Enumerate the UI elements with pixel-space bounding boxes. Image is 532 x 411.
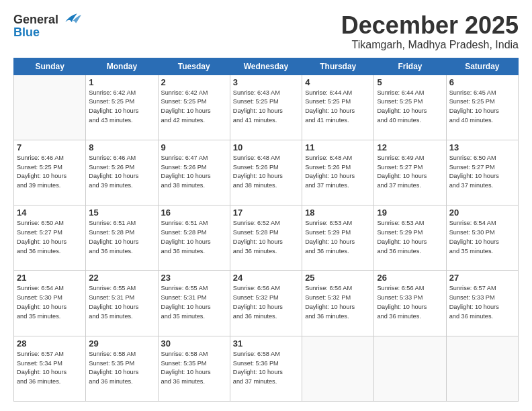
day-info: Sunrise: 6:48 AMSunset: 5:26 PMDaylight:… xyxy=(305,154,371,191)
day-number: 19 xyxy=(377,208,443,218)
day-number: 6 xyxy=(449,77,515,87)
day-number: 28 xyxy=(17,338,83,349)
calendar-cell: 9Sunrise: 6:47 AMSunset: 5:26 PMDaylight… xyxy=(158,140,230,205)
day-number: 7 xyxy=(17,142,83,152)
calendar-cell: 23Sunrise: 6:55 AMSunset: 5:31 PMDayligh… xyxy=(158,271,230,336)
calendar-cell: 29Sunrise: 6:58 AMSunset: 5:35 PMDayligh… xyxy=(86,336,158,401)
calendar-cell: 20Sunrise: 6:54 AMSunset: 5:30 PMDayligh… xyxy=(446,205,518,271)
calendar-cell: 31Sunrise: 6:58 AMSunset: 5:36 PMDayligh… xyxy=(230,336,302,401)
calendar-cell: 16Sunrise: 6:51 AMSunset: 5:28 PMDayligh… xyxy=(158,205,230,271)
calendar-cell: 17Sunrise: 6:52 AMSunset: 5:28 PMDayligh… xyxy=(230,205,302,271)
day-info: Sunrise: 6:47 AMSunset: 5:26 PMDaylight:… xyxy=(161,154,227,191)
header: General Blue December 2025 Tikamgarh, Ma… xyxy=(13,12,519,51)
day-info: Sunrise: 6:44 AMSunset: 5:25 PMDaylight:… xyxy=(377,89,443,126)
day-info: Sunrise: 6:54 AMSunset: 5:30 PMDaylight:… xyxy=(17,284,83,321)
calendar-cell: 4Sunrise: 6:44 AMSunset: 5:25 PMDaylight… xyxy=(302,75,374,140)
day-info: Sunrise: 6:42 AMSunset: 5:25 PMDaylight:… xyxy=(161,89,227,126)
day-number: 23 xyxy=(161,273,227,283)
day-number: 25 xyxy=(305,273,371,283)
col-tuesday: Tuesday xyxy=(158,58,230,75)
col-friday: Friday xyxy=(374,58,446,75)
day-info: Sunrise: 6:45 AMSunset: 5:25 PMDaylight:… xyxy=(449,89,515,126)
calendar-cell xyxy=(374,336,446,401)
day-number: 13 xyxy=(449,142,515,152)
title-block: December 2025 Tikamgarh, Madhya Pradesh,… xyxy=(341,12,519,51)
day-info: Sunrise: 6:56 AMSunset: 5:33 PMDaylight:… xyxy=(377,284,443,321)
day-info: Sunrise: 6:56 AMSunset: 5:32 PMDaylight:… xyxy=(233,284,299,321)
logo: General Blue xyxy=(13,12,81,40)
calendar-cell: 10Sunrise: 6:48 AMSunset: 5:26 PMDayligh… xyxy=(230,140,302,205)
calendar-cell: 22Sunrise: 6:55 AMSunset: 5:31 PMDayligh… xyxy=(86,271,158,336)
day-number: 21 xyxy=(17,273,83,283)
col-wednesday: Wednesday xyxy=(230,58,302,75)
day-number: 24 xyxy=(233,273,299,283)
day-info: Sunrise: 6:57 AMSunset: 5:33 PMDaylight:… xyxy=(449,284,515,321)
calendar-header-row: Sunday Monday Tuesday Wednesday Thursday… xyxy=(14,58,519,75)
day-info: Sunrise: 6:57 AMSunset: 5:34 PMDaylight:… xyxy=(17,350,83,387)
calendar-cell xyxy=(14,75,86,140)
day-info: Sunrise: 6:55 AMSunset: 5:31 PMDaylight:… xyxy=(161,284,227,321)
calendar-cell: 15Sunrise: 6:51 AMSunset: 5:28 PMDayligh… xyxy=(86,205,158,271)
calendar-week-row: 14Sunrise: 6:50 AMSunset: 5:27 PMDayligh… xyxy=(14,205,519,271)
day-number: 11 xyxy=(305,142,371,152)
day-info: Sunrise: 6:43 AMSunset: 5:25 PMDaylight:… xyxy=(233,89,299,126)
calendar-cell: 7Sunrise: 6:46 AMSunset: 5:25 PMDaylight… xyxy=(14,140,86,205)
day-info: Sunrise: 6:51 AMSunset: 5:28 PMDaylight:… xyxy=(89,219,154,256)
day-number: 27 xyxy=(449,273,515,283)
day-info: Sunrise: 6:58 AMSunset: 5:36 PMDaylight:… xyxy=(233,350,299,387)
calendar-cell: 14Sunrise: 6:50 AMSunset: 5:27 PMDayligh… xyxy=(14,205,86,271)
calendar-title: December 2025 xyxy=(341,12,519,39)
day-number: 3 xyxy=(233,77,299,87)
calendar-cell: 27Sunrise: 6:57 AMSunset: 5:33 PMDayligh… xyxy=(446,271,518,336)
calendar-cell: 30Sunrise: 6:58 AMSunset: 5:35 PMDayligh… xyxy=(158,336,230,401)
day-number: 2 xyxy=(161,77,227,87)
day-info: Sunrise: 6:42 AMSunset: 5:25 PMDaylight:… xyxy=(89,89,154,126)
day-info: Sunrise: 6:55 AMSunset: 5:31 PMDaylight:… xyxy=(89,284,154,321)
col-monday: Monday xyxy=(86,58,158,75)
calendar-cell: 12Sunrise: 6:49 AMSunset: 5:27 PMDayligh… xyxy=(374,140,446,205)
day-number: 30 xyxy=(161,338,227,349)
day-number: 8 xyxy=(89,142,154,152)
day-number: 26 xyxy=(377,273,443,283)
calendar-cell: 28Sunrise: 6:57 AMSunset: 5:34 PMDayligh… xyxy=(14,336,86,401)
calendar-week-row: 21Sunrise: 6:54 AMSunset: 5:30 PMDayligh… xyxy=(14,271,519,336)
calendar-cell: 6Sunrise: 6:45 AMSunset: 5:25 PMDaylight… xyxy=(446,75,518,140)
day-info: Sunrise: 6:44 AMSunset: 5:25 PMDaylight:… xyxy=(305,89,371,126)
day-info: Sunrise: 6:50 AMSunset: 5:27 PMDaylight:… xyxy=(449,154,515,191)
calendar-cell: 3Sunrise: 6:43 AMSunset: 5:25 PMDaylight… xyxy=(230,75,302,140)
day-info: Sunrise: 6:48 AMSunset: 5:26 PMDaylight:… xyxy=(233,154,299,191)
calendar-cell: 21Sunrise: 6:54 AMSunset: 5:30 PMDayligh… xyxy=(14,271,86,336)
calendar-cell: 19Sunrise: 6:53 AMSunset: 5:29 PMDayligh… xyxy=(374,205,446,271)
calendar-cell: 5Sunrise: 6:44 AMSunset: 5:25 PMDaylight… xyxy=(374,75,446,140)
day-number: 12 xyxy=(377,142,443,152)
calendar-cell: 13Sunrise: 6:50 AMSunset: 5:27 PMDayligh… xyxy=(446,140,518,205)
calendar-cell: 2Sunrise: 6:42 AMSunset: 5:25 PMDaylight… xyxy=(158,75,230,140)
calendar-cell: 11Sunrise: 6:48 AMSunset: 5:26 PMDayligh… xyxy=(302,140,374,205)
calendar-cell: 18Sunrise: 6:53 AMSunset: 5:29 PMDayligh… xyxy=(302,205,374,271)
calendar-week-row: 7Sunrise: 6:46 AMSunset: 5:25 PMDaylight… xyxy=(14,140,519,205)
day-info: Sunrise: 6:58 AMSunset: 5:35 PMDaylight:… xyxy=(161,350,227,387)
day-number: 14 xyxy=(17,208,83,218)
day-number: 17 xyxy=(233,208,299,218)
col-sunday: Sunday xyxy=(14,58,86,75)
day-info: Sunrise: 6:50 AMSunset: 5:27 PMDaylight:… xyxy=(17,219,83,256)
day-number: 5 xyxy=(377,77,443,87)
day-info: Sunrise: 6:52 AMSunset: 5:28 PMDaylight:… xyxy=(233,219,299,256)
day-info: Sunrise: 6:49 AMSunset: 5:27 PMDaylight:… xyxy=(377,154,443,191)
logo-blue: Blue xyxy=(13,26,40,40)
day-number: 31 xyxy=(233,338,299,349)
day-info: Sunrise: 6:53 AMSunset: 5:29 PMDaylight:… xyxy=(305,219,371,256)
calendar-cell: 1Sunrise: 6:42 AMSunset: 5:25 PMDaylight… xyxy=(86,75,158,140)
day-info: Sunrise: 6:58 AMSunset: 5:35 PMDaylight:… xyxy=(89,350,154,387)
day-number: 22 xyxy=(89,273,154,283)
col-saturday: Saturday xyxy=(446,58,518,75)
day-info: Sunrise: 6:46 AMSunset: 5:26 PMDaylight:… xyxy=(89,154,154,191)
calendar-table: Sunday Monday Tuesday Wednesday Thursday… xyxy=(13,58,519,402)
calendar-cell xyxy=(446,336,518,401)
day-number: 18 xyxy=(305,208,371,218)
calendar-body: 1Sunrise: 6:42 AMSunset: 5:25 PMDaylight… xyxy=(14,75,519,401)
day-info: Sunrise: 6:56 AMSunset: 5:32 PMDaylight:… xyxy=(305,284,371,321)
calendar-cell: 24Sunrise: 6:56 AMSunset: 5:32 PMDayligh… xyxy=(230,271,302,336)
calendar-subtitle: Tikamgarh, Madhya Pradesh, India xyxy=(341,39,519,51)
day-number: 15 xyxy=(89,208,154,218)
